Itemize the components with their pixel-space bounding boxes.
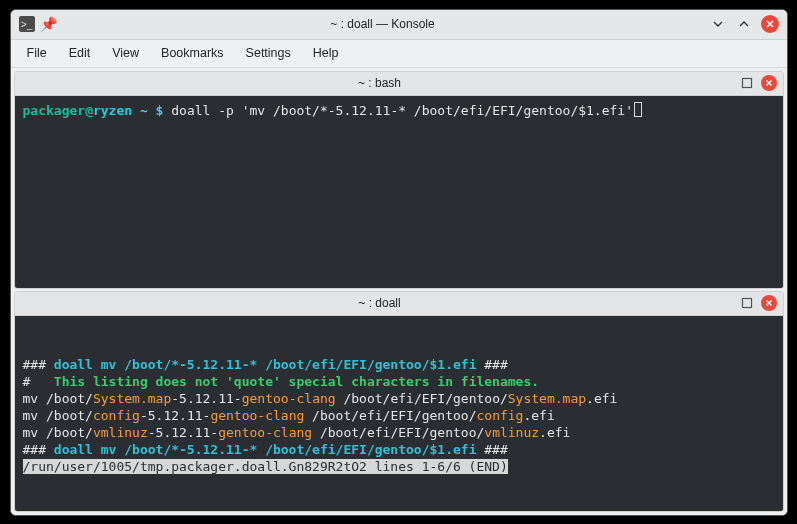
l2-text: This listing does not 'quote' special ch… (54, 374, 539, 389)
prompt-user: packager (23, 103, 86, 118)
l3a: mv /boot/ (23, 391, 93, 406)
l3f: System.map (508, 391, 586, 406)
command-text: doall -p 'mv /boot/*-5.12.11-* /boot/efi… (171, 103, 633, 118)
maximize-button[interactable] (735, 15, 753, 33)
cursor-icon (634, 102, 642, 117)
pane-top: ~ : bash packager@ryzen ~ $ doall -p 'mv… (14, 71, 784, 289)
l4e: /boot/efi/EFI/gentoo/ (304, 408, 476, 423)
l5f: vmlinuz (484, 425, 539, 440)
pin-icon[interactable]: 📌 (41, 16, 57, 32)
l4c: -5.12.11- (140, 408, 210, 423)
l6-hash: ### (23, 442, 54, 457)
l5b: vmlinuz (93, 425, 148, 440)
prompt-cwd: ~ (140, 103, 148, 118)
menu-view[interactable]: View (102, 43, 149, 63)
pane-bottom-actions (739, 295, 777, 311)
window-controls (709, 15, 779, 33)
titlebar-left: >_ 📌 (19, 16, 57, 32)
pane-top-maximize-icon[interactable] (739, 75, 755, 91)
l6-hash2: ### (476, 442, 507, 457)
menu-edit[interactable]: Edit (59, 43, 101, 63)
pane-bottom-header: ~ : doall (15, 292, 783, 316)
pane-top-title: ~ : bash (21, 76, 739, 90)
menu-bookmarks[interactable]: Bookmarks (151, 43, 234, 63)
pane-bottom-maximize-icon[interactable] (739, 295, 755, 311)
blank-space (23, 322, 775, 356)
l3c: -5.12.11- (171, 391, 241, 406)
app-icon: >_ (19, 16, 35, 32)
pane-top-header: ~ : bash (15, 72, 783, 96)
pane-top-actions (739, 75, 777, 91)
titlebar[interactable]: >_ 📌 ~ : doall — Konsole (11, 10, 787, 40)
l1-hash: ### (23, 357, 54, 372)
menubar: File Edit View Bookmarks Settings Help (11, 40, 787, 68)
l2-hash: # (23, 374, 54, 389)
l5a: mv /boot/ (23, 425, 93, 440)
svg-rect-1 (742, 299, 751, 308)
l5e: /boot/efi/EFI/gentoo/ (312, 425, 484, 440)
l4a: mv /boot/ (23, 408, 93, 423)
l1-cmd: doall mv /boot/*-5.12.11-* /boot/efi/EFI… (54, 357, 477, 372)
split-container: ~ : bash packager@ryzen ~ $ doall -p 'mv… (11, 68, 787, 515)
l5c: -5.12.11- (148, 425, 218, 440)
l4g: .efi (523, 408, 554, 423)
minimize-button[interactable] (709, 15, 727, 33)
pane-bottom: ~ : doall ### doall mv /boot/*-5.12.11-*… (14, 291, 784, 512)
l4b: config (93, 408, 140, 423)
l3d: gentoo-clang (242, 391, 336, 406)
l3b: System.map (93, 391, 171, 406)
l5g: .efi (539, 425, 570, 440)
pane-bottom-title: ~ : doall (21, 296, 739, 310)
menu-settings[interactable]: Settings (236, 43, 301, 63)
shell-icon: >_ (19, 16, 35, 32)
pane-bottom-close-icon[interactable] (761, 295, 777, 311)
menu-file[interactable]: File (17, 43, 57, 63)
terminal-bottom[interactable]: ### doall mv /boot/*-5.12.11-* /boot/efi… (15, 316, 783, 511)
prompt-at: @ (85, 103, 93, 118)
l4d: gentoo-clang (210, 408, 304, 423)
prompt-host: ryzen (93, 103, 132, 118)
svg-rect-0 (742, 79, 751, 88)
l4f: config (476, 408, 523, 423)
pager-status: /run/user/1005/tmp.packager.doall.Gn829R… (23, 459, 508, 474)
l1-hash2: ### (476, 357, 507, 372)
prompt-symbol: $ (156, 103, 164, 118)
l3e: /boot/efi/EFI/gentoo/ (336, 391, 508, 406)
l6-cmd: doall mv /boot/*-5.12.11-* /boot/efi/EFI… (54, 442, 477, 457)
l3g: .efi (586, 391, 617, 406)
close-button[interactable] (761, 15, 779, 33)
pane-top-close-icon[interactable] (761, 75, 777, 91)
l5d: gentoo-clang (218, 425, 312, 440)
menu-help[interactable]: Help (303, 43, 349, 63)
terminal-top[interactable]: packager@ryzen ~ $ doall -p 'mv /boot/*-… (15, 96, 783, 288)
konsole-window: >_ 📌 ~ : doall — Konsole File Edit View … (10, 9, 788, 516)
window-title: ~ : doall — Konsole (57, 17, 709, 31)
